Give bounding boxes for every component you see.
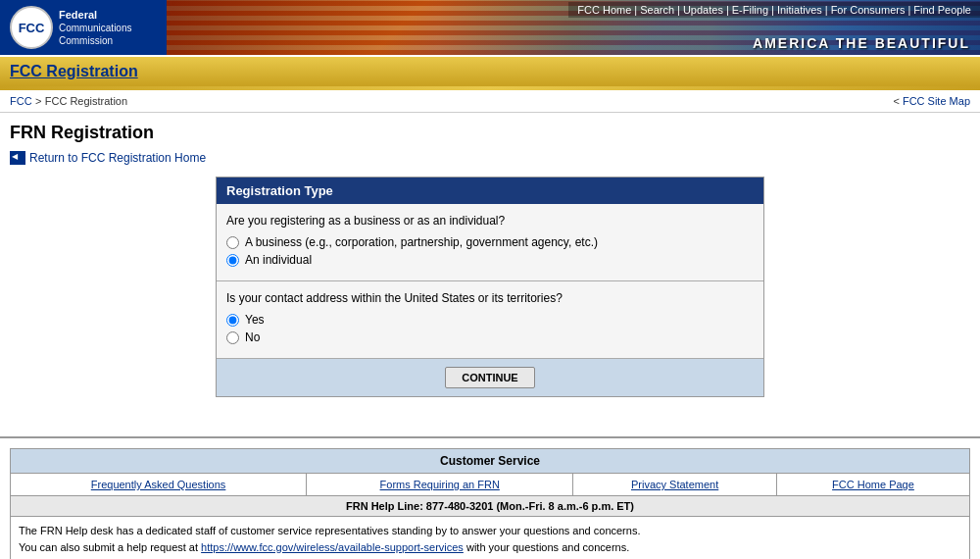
- logo-area: FCC Federal Communications Commission: [0, 0, 167, 55]
- nav-consumers-link[interactable]: For Consumers: [831, 4, 906, 16]
- helpline-text: FRN Help Line: 877-480-3201 (Mon.-Fri. 8…: [11, 496, 970, 517]
- option-individual: An individual: [226, 253, 754, 267]
- return-link[interactable]: Return to FCC Registration Home: [29, 151, 206, 165]
- fcc-home-link[interactable]: FCC Home Page: [832, 479, 914, 490]
- label-individual: An individual: [245, 253, 312, 267]
- breadcrumb-bar: FCC > FCC Registration < FCC Site Map: [0, 90, 980, 113]
- breadcrumb-fcc-link[interactable]: FCC: [10, 95, 32, 107]
- fcc-logo: FCC: [10, 6, 53, 49]
- top-nav: FCC Home | Search | Updates | E-Filing |…: [568, 2, 980, 18]
- question1-section: Are you registering as a business or as …: [217, 204, 763, 281]
- desc-line2: You can also submit a help request at: [19, 541, 201, 553]
- label-yes: Yes: [245, 313, 265, 327]
- return-icon: [10, 151, 25, 165]
- faq-link[interactable]: Frequently Asked Questions: [91, 479, 226, 490]
- option-yes: Yes: [226, 313, 754, 327]
- question2-section: Is your contact address within the Unite…: [217, 281, 763, 359]
- nav-initiatives-link[interactable]: Initiatives: [777, 4, 822, 16]
- cs-links-row: Frequently Asked Questions Forms Requiri…: [11, 474, 970, 496]
- cs-desc-row: The FRN Help desk has a dedicated staff …: [11, 517, 970, 560]
- breadcrumb-current: FCC Registration: [45, 95, 127, 107]
- cs-desc: The FRN Help desk has a dedicated staff …: [11, 517, 970, 560]
- america-text: AMERICA THE BEAUTIFUL: [753, 35, 970, 51]
- desc-line3: with your questions and concerns.: [464, 541, 629, 553]
- forms-link[interactable]: Forms Requiring an FRN: [380, 479, 500, 490]
- desc-line1: The FRN Help desk has a dedicated staff …: [19, 525, 640, 536]
- nav-search-link[interactable]: Search: [640, 4, 674, 16]
- radio-individual[interactable]: [226, 254, 239, 267]
- support-link[interactable]: https://www.fcc.gov/wireless/available-s…: [201, 541, 464, 553]
- question2-text: Is your contact address within the Unite…: [226, 291, 754, 305]
- frn-title: FRN Registration: [10, 123, 970, 143]
- question1-text: Are you registering as a business or as …: [226, 214, 754, 228]
- nav-efiling-link[interactable]: E-Filing: [732, 4, 768, 16]
- option-no: No: [226, 330, 754, 344]
- privacy-link[interactable]: Privacy Statement: [631, 479, 718, 490]
- breadcrumb-separator: >: [35, 95, 41, 107]
- site-map-link[interactable]: FCC Site Map: [903, 95, 970, 107]
- cs-helpline-row: FRN Help Line: 877-480-3201 (Mon.-Fri. 8…: [11, 496, 970, 517]
- nav-updates-link[interactable]: Updates: [683, 4, 723, 16]
- footer: Customer Service Frequently Asked Questi…: [0, 448, 980, 559]
- site-header: FCC Federal Communications Commission FC…: [0, 0, 980, 55]
- registration-form: Registration Type Are you registering as…: [216, 177, 764, 397]
- return-link-area: Return to FCC Registration Home: [10, 151, 970, 165]
- header-banner: FCC Home | Search | Updates | E-Filing |…: [167, 0, 980, 55]
- cs-header: Customer Service: [11, 449, 970, 474]
- logo-text: Federal Communications Commission: [59, 8, 131, 47]
- radio-business[interactable]: [226, 236, 239, 249]
- main-content: FRN Registration Return to FCC Registrat…: [0, 113, 980, 417]
- label-business: A business (e.g., corporation, partnersh…: [245, 235, 598, 249]
- breadcrumb: FCC > FCC Registration: [10, 94, 127, 108]
- nav-findpeople-link[interactable]: Find People: [913, 4, 971, 16]
- radio-yes[interactable]: [226, 314, 239, 327]
- continue-section: CONTINUE: [217, 359, 763, 396]
- customer-service-table: Customer Service Frequently Asked Questi…: [10, 448, 970, 559]
- site-map-area: < FCC Site Map: [893, 94, 970, 108]
- nav-home-link[interactable]: FCC Home: [577, 4, 631, 16]
- separator: [0, 436, 980, 438]
- continue-button[interactable]: CONTINUE: [445, 367, 534, 388]
- logo-fcc-text: FCC: [19, 22, 45, 34]
- radio-no[interactable]: [226, 331, 239, 344]
- page-title: FCC Registration: [10, 63, 970, 80]
- label-no: No: [245, 330, 260, 344]
- form-header: Registration Type: [217, 178, 763, 204]
- option-business: A business (e.g., corporation, partnersh…: [226, 235, 754, 249]
- page-title-bar: FCC Registration: [0, 55, 980, 86]
